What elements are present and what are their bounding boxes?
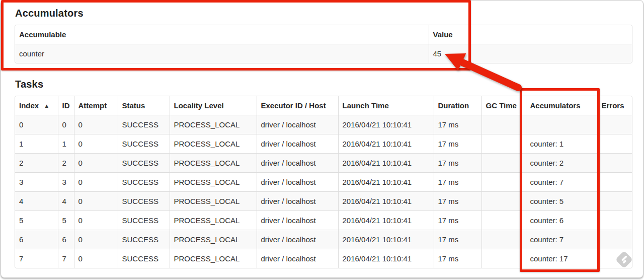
cell-locality: PROCESS_LOCAL (170, 154, 257, 173)
col-header-id[interactable]: ID (58, 96, 74, 115)
task-row: 2 2 0 SUCCESS PROCESS_LOCAL driver / loc… (15, 154, 632, 173)
cell-launch-time: 2016/04/21 10:10:41 (338, 249, 434, 268)
cell-locality: PROCESS_LOCAL (170, 115, 257, 134)
col-header-index[interactable]: Index▲ (15, 96, 58, 115)
col-header-executor-id-host[interactable]: Executor ID / Host (257, 96, 338, 115)
tasks-table: Index▲ ID Attempt Status Locality Level … (15, 96, 632, 268)
cell-index: 1 (15, 134, 58, 154)
cell-index: 2 (15, 154, 58, 173)
cell-errors (597, 134, 632, 154)
col-header-gc-time[interactable]: GC Time (481, 96, 526, 115)
task-row: 3 3 0 SUCCESS PROCESS_LOCAL driver / loc… (15, 173, 632, 192)
cell-accumulators: counter: 7 (526, 173, 597, 192)
cell-gc-time (481, 134, 526, 154)
cell-id: 6 (58, 230, 74, 249)
task-row: 5 5 0 SUCCESS PROCESS_LOCAL driver / loc… (15, 211, 632, 230)
col-header-accumulators[interactable]: Accumulators (526, 96, 597, 115)
cell-duration: 17 ms (434, 249, 481, 268)
cell-gc-time (481, 211, 526, 230)
cell-errors (597, 173, 632, 192)
cell-id: 7 (58, 249, 74, 268)
cell-status: SUCCESS (118, 154, 170, 173)
cell-status: SUCCESS (118, 211, 170, 230)
col-header-duration[interactable]: Duration (434, 96, 481, 115)
cell-gc-time (481, 115, 526, 134)
cell-id: 1 (58, 134, 74, 154)
cell-executor: driver / localhost (257, 249, 338, 268)
cell-errors (597, 230, 632, 249)
cell-gc-time (481, 230, 526, 249)
cell-errors (597, 211, 632, 230)
cell-locality: PROCESS_LOCAL (170, 249, 257, 268)
cell-duration: 17 ms (434, 173, 481, 192)
col-header-status[interactable]: Status (118, 96, 170, 115)
cell-duration: 17 ms (434, 154, 481, 173)
cell-gc-time (481, 154, 526, 173)
cell-locality: PROCESS_LOCAL (170, 173, 257, 192)
cell-attempt: 0 (74, 154, 118, 173)
cell-accumulators: counter: 5 (526, 192, 597, 211)
cell-attempt: 0 (74, 211, 118, 230)
cell-status: SUCCESS (118, 249, 170, 268)
cell-executor: driver / localhost (257, 230, 338, 249)
cell-attempt: 0 (74, 192, 118, 211)
cell-accumulable-name: counter (15, 44, 429, 63)
cell-launch-time: 2016/04/21 10:10:41 (338, 154, 434, 173)
sort-ascending-icon: ▲ (44, 103, 49, 109)
cell-errors (597, 154, 632, 173)
tasks-section-title: Tasks (15, 79, 43, 89)
cell-locality: PROCESS_LOCAL (170, 230, 257, 249)
cell-executor: driver / localhost (257, 115, 338, 134)
cell-errors (597, 115, 632, 134)
cell-id: 5 (58, 211, 74, 230)
cell-gc-time (481, 249, 526, 268)
cell-duration: 17 ms (434, 115, 481, 134)
cell-executor: driver / localhost (257, 211, 338, 230)
cell-id: 2 (58, 154, 74, 173)
cell-executor: driver / localhost (257, 154, 338, 173)
cell-attempt: 0 (74, 115, 118, 134)
cell-accumulable-value: 45 (429, 44, 632, 63)
cell-launch-time: 2016/04/21 10:10:41 (338, 173, 434, 192)
cell-index: 7 (15, 249, 58, 268)
task-row: 1 1 0 SUCCESS PROCESS_LOCAL driver / loc… (15, 134, 632, 154)
cell-locality: PROCESS_LOCAL (170, 134, 257, 154)
col-header-attempt[interactable]: Attempt (74, 96, 118, 115)
cell-accumulators: counter: 7 (526, 230, 597, 249)
cell-index: 3 (15, 173, 58, 192)
accumulator-row: counter 45 (15, 44, 632, 63)
task-row: 7 7 0 SUCCESS PROCESS_LOCAL driver / loc… (15, 249, 632, 268)
cell-duration: 17 ms (434, 211, 481, 230)
cell-launch-time: 2016/04/21 10:10:41 (338, 230, 434, 249)
col-header-errors[interactable]: Errors (597, 96, 632, 115)
cell-index: 0 (15, 115, 58, 134)
col-header-locality-level[interactable]: Locality Level (170, 96, 257, 115)
cell-gc-time (481, 192, 526, 211)
cell-accumulators: counter: 17 (526, 249, 597, 268)
cell-index: 6 (15, 230, 58, 249)
cell-attempt: 0 (74, 173, 118, 192)
cell-launch-time: 2016/04/21 10:10:41 (338, 134, 434, 154)
cell-accumulators: counter: 1 (526, 134, 597, 154)
col-header-accumulable[interactable]: Accumulable (15, 25, 429, 44)
cell-id: 0 (58, 115, 74, 134)
accumulators-table: Accumulable Value counter 45 (15, 25, 632, 63)
cell-status: SUCCESS (118, 173, 170, 192)
cell-locality: PROCESS_LOCAL (170, 211, 257, 230)
accumulators-section-title: Accumulators (15, 8, 84, 18)
cell-launch-time: 2016/04/21 10:10:41 (338, 115, 434, 134)
cell-status: SUCCESS (118, 134, 170, 154)
col-header-launch-time[interactable]: Launch Time (338, 96, 434, 115)
cell-accumulators: counter: 6 (526, 211, 597, 230)
task-row: 4 4 0 SUCCESS PROCESS_LOCAL driver / loc… (15, 192, 632, 211)
cell-executor: driver / localhost (257, 192, 338, 211)
cell-accumulators (526, 115, 597, 134)
cell-duration: 17 ms (434, 134, 481, 154)
cell-index: 4 (15, 192, 58, 211)
cell-accumulators: counter: 2 (526, 154, 597, 173)
cell-launch-time: 2016/04/21 10:10:41 (338, 211, 434, 230)
cell-executor: driver / localhost (257, 173, 338, 192)
col-header-value[interactable]: Value (429, 25, 632, 44)
cell-launch-time: 2016/04/21 10:10:41 (338, 192, 434, 211)
cell-executor: driver / localhost (257, 134, 338, 154)
